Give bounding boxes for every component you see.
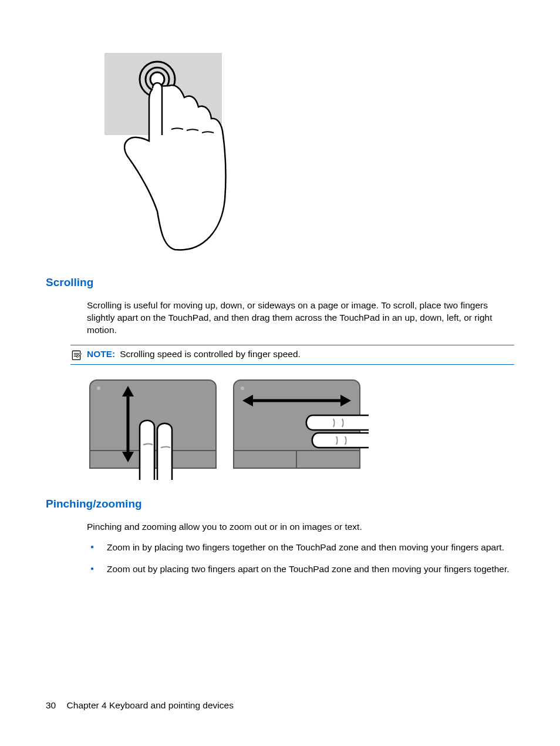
svg-point-11	[97, 387, 100, 390]
note-content: NOTE:Scrolling speed is controlled by fi…	[87, 349, 301, 359]
page-number: 30	[46, 700, 56, 711]
heading-pinching-zooming: Pinching/zooming	[46, 498, 514, 510]
pinching-paragraph: Pinching and zooming allow you to zoom o…	[87, 521, 514, 533]
chapter-label: Chapter 4 Keyboard and pointing devices	[67, 700, 234, 710]
pinching-body: Pinching and zooming allow you to zoom o…	[87, 521, 514, 533]
pinching-bullet-list: Zoom in by placing two fingers together …	[87, 542, 514, 576]
svg-point-18	[241, 387, 244, 390]
note-label: NOTE:	[87, 349, 115, 359]
bullet-zoom-in: Zoom in by placing two fingers together …	[87, 542, 514, 554]
scrolling-body: Scrolling is useful for moving up, down,…	[87, 300, 514, 337]
page-footer: 30 Chapter 4 Keyboard and pointing devic…	[46, 700, 234, 711]
document-page: Scrolling Scrolling is useful for moving…	[0, 0, 560, 746]
bullet-zoom-out: Zoom out by placing two fingers apart on…	[87, 563, 514, 576]
figure-scroll-gestures	[87, 374, 514, 482]
scroll-gestures-illustration	[87, 374, 369, 480]
heading-scrolling: Scrolling	[46, 276, 514, 289]
figure-tap-gesture	[87, 41, 514, 255]
note-text: Scrolling speed is controlled by finger …	[120, 349, 301, 359]
note-block: NOTE:Scrolling speed is controlled by fi…	[70, 345, 514, 365]
note-icon	[70, 349, 82, 361]
tap-gesture-illustration	[87, 41, 234, 253]
scrolling-paragraph: Scrolling is useful for moving up, down,…	[87, 300, 514, 337]
